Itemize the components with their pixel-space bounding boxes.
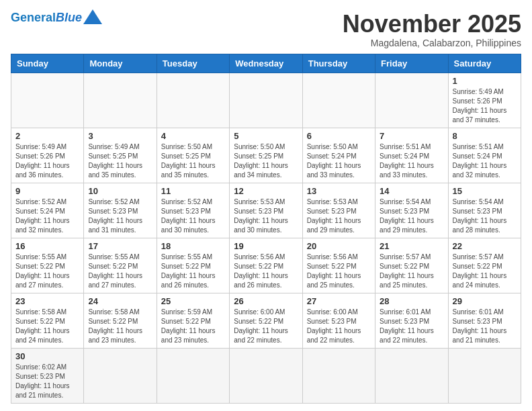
- calendar-cell: [375, 348, 448, 403]
- day-number: 6: [307, 131, 371, 141]
- day-number: 19: [234, 241, 298, 251]
- day-info: Sunrise: 5:57 AM Sunset: 5:22 PM Dayligh…: [453, 253, 517, 290]
- calendar-cell: 17Sunrise: 5:55 AM Sunset: 5:22 PM Dayli…: [84, 238, 157, 293]
- day-info: Sunrise: 5:50 AM Sunset: 5:24 PM Dayligh…: [307, 142, 371, 180]
- calendar-cell: 22Sunrise: 5:57 AM Sunset: 5:22 PM Dayli…: [448, 238, 521, 293]
- calendar-cell: [230, 73, 302, 128]
- calendar-cell: 9Sunrise: 5:52 AM Sunset: 5:24 PM Daylig…: [11, 183, 84, 238]
- calendar-cell: 28Sunrise: 6:01 AM Sunset: 5:23 PM Dayli…: [375, 293, 448, 348]
- day-info: Sunrise: 5:53 AM Sunset: 5:23 PM Dayligh…: [307, 197, 371, 235]
- day-info: Sunrise: 6:00 AM Sunset: 5:22 PM Dayligh…: [234, 308, 298, 345]
- calendar-cell: 4Sunrise: 5:50 AM Sunset: 5:25 PM Daylig…: [157, 128, 229, 183]
- week-row-3: 9Sunrise: 5:52 AM Sunset: 5:24 PM Daylig…: [11, 183, 521, 238]
- day-number: 3: [88, 131, 152, 141]
- day-number: 12: [234, 186, 298, 196]
- day-number: 9: [15, 186, 79, 196]
- day-info: Sunrise: 5:51 AM Sunset: 5:24 PM Dayligh…: [453, 142, 517, 180]
- calendar-cell: 26Sunrise: 6:00 AM Sunset: 5:22 PM Dayli…: [230, 293, 302, 348]
- svg-marker-0: [83, 9, 102, 24]
- day-info: Sunrise: 6:01 AM Sunset: 5:23 PM Dayligh…: [380, 308, 443, 345]
- day-number: 8: [453, 131, 517, 141]
- calendar-cell: 1Sunrise: 5:49 AM Sunset: 5:26 PM Daylig…: [448, 73, 521, 128]
- day-number: 21: [380, 241, 443, 251]
- location: Magdalena, Calabarzon, Philippines: [343, 38, 521, 48]
- calendar-cell: [302, 348, 375, 403]
- calendar-cell: [11, 73, 84, 128]
- calendar-cell: 19Sunrise: 5:56 AM Sunset: 5:22 PM Dayli…: [230, 238, 302, 293]
- day-info: Sunrise: 5:58 AM Sunset: 5:22 PM Dayligh…: [15, 308, 79, 345]
- calendar-cell: 11Sunrise: 5:52 AM Sunset: 5:23 PM Dayli…: [157, 183, 229, 238]
- calendar-cell: [230, 348, 302, 403]
- day-number: 4: [161, 131, 225, 141]
- day-info: Sunrise: 5:52 AM Sunset: 5:24 PM Dayligh…: [15, 197, 79, 235]
- calendar-cell: [157, 73, 229, 128]
- calendar: SundayMondayTuesdayWednesdayThursdayFrid…: [11, 54, 521, 404]
- day-info: Sunrise: 5:55 AM Sunset: 5:22 PM Dayligh…: [161, 253, 225, 290]
- day-number: 1: [453, 76, 517, 86]
- logo: GeneralBlue: [11, 11, 102, 24]
- day-info: Sunrise: 5:56 AM Sunset: 5:22 PM Dayligh…: [307, 253, 371, 290]
- day-info: Sunrise: 5:58 AM Sunset: 5:22 PM Dayligh…: [88, 308, 152, 345]
- calendar-cell: [84, 73, 157, 128]
- day-info: Sunrise: 5:50 AM Sunset: 5:25 PM Dayligh…: [234, 142, 298, 180]
- day-info: Sunrise: 5:55 AM Sunset: 5:22 PM Dayligh…: [15, 253, 79, 290]
- calendar-cell: 23Sunrise: 5:58 AM Sunset: 5:22 PM Dayli…: [11, 293, 84, 348]
- calendar-cell: 2Sunrise: 5:49 AM Sunset: 5:26 PM Daylig…: [11, 128, 84, 183]
- calendar-cell: 30Sunrise: 6:02 AM Sunset: 5:23 PM Dayli…: [11, 348, 84, 403]
- day-info: Sunrise: 6:02 AM Sunset: 5:23 PM Dayligh…: [15, 363, 79, 400]
- weekday-header-friday: Friday: [375, 54, 448, 73]
- logo-text: GeneralBlue: [11, 11, 82, 24]
- calendar-cell: 10Sunrise: 5:52 AM Sunset: 5:23 PM Dayli…: [84, 183, 157, 238]
- calendar-cell: 15Sunrise: 5:54 AM Sunset: 5:23 PM Dayli…: [448, 183, 521, 238]
- day-number: 20: [307, 241, 371, 251]
- weekday-header-thursday: Thursday: [302, 54, 375, 73]
- calendar-cell: [302, 73, 375, 128]
- calendar-cell: 24Sunrise: 5:58 AM Sunset: 5:22 PM Dayli…: [84, 293, 157, 348]
- calendar-cell: [448, 348, 521, 403]
- calendar-cell: 13Sunrise: 5:53 AM Sunset: 5:23 PM Dayli…: [302, 183, 375, 238]
- weekday-header-sunday: Sunday: [11, 54, 84, 73]
- day-number: 2: [15, 131, 79, 141]
- week-row-1: 1Sunrise: 5:49 AM Sunset: 5:26 PM Daylig…: [11, 73, 521, 128]
- day-number: 30: [15, 351, 79, 361]
- calendar-cell: 5Sunrise: 5:50 AM Sunset: 5:25 PM Daylig…: [230, 128, 302, 183]
- day-info: Sunrise: 5:52 AM Sunset: 5:23 PM Dayligh…: [161, 197, 225, 235]
- calendar-cell: [375, 73, 448, 128]
- day-info: Sunrise: 5:54 AM Sunset: 5:23 PM Dayligh…: [453, 197, 517, 235]
- day-number: 7: [380, 131, 443, 141]
- calendar-cell: [157, 348, 229, 403]
- day-info: Sunrise: 5:55 AM Sunset: 5:22 PM Dayligh…: [88, 253, 152, 290]
- calendar-cell: 20Sunrise: 5:56 AM Sunset: 5:22 PM Dayli…: [302, 238, 375, 293]
- calendar-cell: 16Sunrise: 5:55 AM Sunset: 5:22 PM Dayli…: [11, 238, 84, 293]
- week-row-6: 30Sunrise: 6:02 AM Sunset: 5:23 PM Dayli…: [11, 348, 521, 403]
- day-info: Sunrise: 6:01 AM Sunset: 5:23 PM Dayligh…: [453, 308, 517, 345]
- calendar-cell: [84, 348, 157, 403]
- day-info: Sunrise: 5:51 AM Sunset: 5:24 PM Dayligh…: [380, 142, 443, 180]
- title-area: November 2025 Magdalena, Calabarzon, Phi…: [343, 11, 521, 48]
- day-number: 16: [15, 241, 79, 251]
- day-number: 17: [88, 241, 152, 251]
- calendar-cell: 7Sunrise: 5:51 AM Sunset: 5:24 PM Daylig…: [375, 128, 448, 183]
- day-info: Sunrise: 5:50 AM Sunset: 5:25 PM Dayligh…: [161, 142, 225, 180]
- day-info: Sunrise: 5:53 AM Sunset: 5:23 PM Dayligh…: [234, 197, 298, 235]
- calendar-cell: 27Sunrise: 6:00 AM Sunset: 5:23 PM Dayli…: [302, 293, 375, 348]
- calendar-cell: 8Sunrise: 5:51 AM Sunset: 5:24 PM Daylig…: [448, 128, 521, 183]
- header: GeneralBlue November 2025 Magdalena, Cal…: [11, 11, 521, 48]
- day-number: 13: [307, 186, 371, 196]
- weekday-header-wednesday: Wednesday: [230, 54, 302, 73]
- weekday-header-saturday: Saturday: [448, 54, 521, 73]
- day-info: Sunrise: 5:49 AM Sunset: 5:26 PM Dayligh…: [453, 87, 517, 125]
- day-number: 5: [234, 131, 298, 141]
- calendar-cell: 21Sunrise: 5:57 AM Sunset: 5:22 PM Dayli…: [375, 238, 448, 293]
- day-number: 26: [234, 296, 298, 306]
- weekday-row: SundayMondayTuesdayWednesdayThursdayFrid…: [11, 54, 521, 73]
- day-info: Sunrise: 5:49 AM Sunset: 5:26 PM Dayligh…: [15, 142, 79, 180]
- day-number: 18: [161, 241, 225, 251]
- day-info: Sunrise: 5:52 AM Sunset: 5:23 PM Dayligh…: [88, 197, 152, 235]
- day-number: 28: [380, 296, 443, 306]
- day-info: Sunrise: 6:00 AM Sunset: 5:23 PM Dayligh…: [307, 308, 371, 345]
- day-number: 22: [453, 241, 517, 251]
- calendar-cell: 25Sunrise: 5:59 AM Sunset: 5:22 PM Dayli…: [157, 293, 229, 348]
- day-number: 15: [453, 186, 517, 196]
- day-number: 27: [307, 296, 371, 306]
